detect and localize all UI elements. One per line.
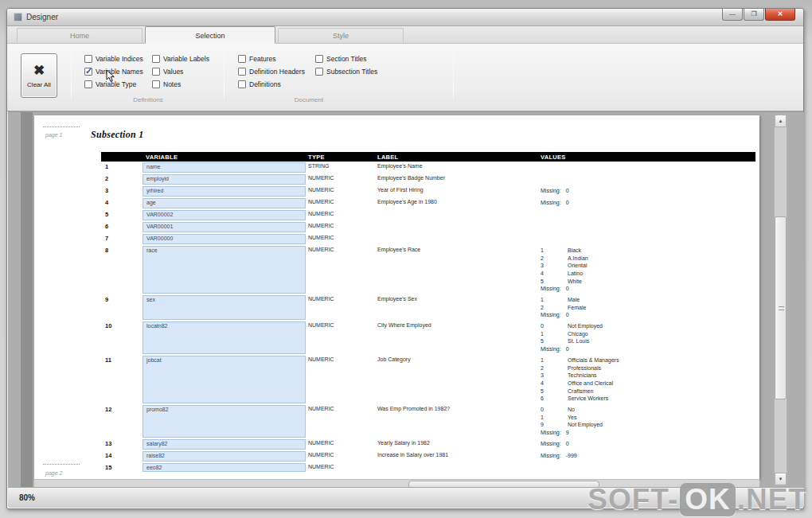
missing-prefix: Missing: [541, 199, 561, 207]
checkbox-section-titles[interactable]: Section Titles [315, 53, 377, 65]
table-row: 11jobcatNUMERICJob Category1Officials & … [101, 355, 755, 404]
value-code: 1 [541, 296, 568, 304]
variable-name: employid [143, 175, 305, 181]
checkbox-label: Variable Indices [96, 55, 143, 63]
missing-value: 0 [566, 199, 569, 207]
missing-line: Missing:0 [541, 311, 754, 319]
page-break-dotted-line [43, 127, 80, 127]
vertical-scrollbar-thumb[interactable] [775, 216, 787, 399]
value-line: 5Craftsmen [541, 388, 754, 395]
designer-window: Designer — ❐ ✕ HomeSelectionStyle ✖ Clea… [6, 8, 804, 509]
variable-values: Missing:0 [541, 440, 754, 448]
checkbox-box-icon: ✓ [84, 68, 92, 76]
titlebar[interactable]: Designer — ❐ ✕ [7, 9, 803, 26]
variable-values: 0No1Yes9Not EmployedMissing:9 [541, 406, 754, 437]
value-line: 9Not Employed [541, 421, 754, 429]
variable-type: NUMERIC [308, 199, 334, 204]
value-line: 5St. Louis [541, 337, 754, 345]
variable-type: NUMERIC [308, 322, 334, 328]
ribbon: ✖ Clear All Variable Indices✓Variable Na… [7, 44, 803, 111]
value-label: Chicago [568, 330, 588, 338]
row-number: 14 [105, 452, 137, 459]
value-label: Yes [568, 414, 576, 422]
row-number: 7 [105, 235, 137, 242]
ribbon-group-label: Definitions [92, 96, 204, 103]
variable-name-cell: yrhired [142, 186, 306, 197]
checkbox-label: Definition Headers [249, 68, 305, 76]
checkbox-definition-headers[interactable]: Definition Headers [238, 65, 305, 78]
value-line: 3Oriental [541, 262, 754, 270]
table-row: 7VAR00000NUMERIC [101, 233, 755, 245]
value-label: Latino [568, 270, 583, 278]
vertical-scrollbar[interactable]: ▲ ▼ [774, 114, 787, 486]
checkbox-box-icon [315, 68, 323, 76]
checkbox-box-icon [238, 68, 246, 76]
ribbon-group-divider [224, 50, 224, 99]
missing-prefix: Missing: [541, 452, 561, 460]
checkbox-variable-indices[interactable]: Variable Indices [84, 53, 143, 65]
checkbox-box-icon [84, 80, 92, 88]
tab-selection[interactable]: Selection [145, 26, 275, 44]
checkbox-label: Section Titles [326, 55, 367, 63]
value-code: 2 [541, 304, 568, 312]
missing-line: Missing:9 [541, 429, 754, 437]
checkbox-box-icon [152, 68, 160, 76]
scroll-up-arrow-icon[interactable]: ▲ [775, 115, 787, 127]
missing-line: Missing:0 [541, 345, 754, 353]
checkbox-definitions[interactable]: Definitions [238, 78, 305, 91]
table-row: 8raceNUMERICEmployee's Race1Black2A.Indi… [101, 245, 755, 294]
variable-type: NUMERIC [308, 175, 334, 181]
value-code: 4 [541, 380, 568, 388]
value-line: 3Technicians [541, 372, 754, 380]
watermark-box: OK [680, 483, 736, 516]
document-preview-area[interactable]: page 1 Subsection 1 VARIABLETYPELABELVAL… [8, 111, 804, 488]
page-gutter-shadow [21, 112, 33, 488]
value-line: 4Latino [541, 270, 754, 278]
checkbox-variable-labels[interactable]: Variable Labels [152, 53, 209, 65]
checkbox-subsection-titles[interactable]: Subsection Titles [315, 65, 377, 78]
value-label: No [568, 406, 575, 414]
checkbox-features[interactable]: Features [238, 53, 305, 65]
variable-label: Increase in Salary over 1981 [377, 452, 537, 458]
variable-name: sex [143, 296, 305, 302]
tab-home[interactable]: Home [17, 28, 142, 43]
variable-name-cell: name [142, 162, 306, 173]
missing-prefix: Missing: [541, 429, 561, 437]
value-code: 0 [541, 406, 568, 414]
value-line: 1Black [541, 247, 754, 255]
checkbox-box-icon [238, 55, 246, 63]
value-line: 2Professionals [541, 364, 754, 372]
value-line: 5White [541, 278, 754, 286]
table-row: 4ageNUMERICEmployee's Age in 1980Missing… [101, 197, 755, 209]
clear-all-button[interactable]: ✖ Clear All [21, 53, 57, 98]
variable-name: salary82 [143, 440, 305, 446]
variable-name: age [143, 199, 305, 205]
close-button[interactable]: ✕ [765, 9, 795, 21]
variable-name: raise82 [143, 452, 305, 458]
variable-type: NUMERIC [308, 452, 334, 458]
value-code: 2 [541, 364, 568, 372]
variable-type: NUMERIC [308, 211, 334, 216]
variable-label: Job Category [377, 356, 537, 362]
missing-value: -999 [566, 452, 577, 460]
missing-value: 0 [566, 440, 569, 448]
value-line: 0No [541, 406, 754, 414]
variable-name-cell: age [142, 198, 306, 208]
maximize-button[interactable]: ❐ [744, 9, 764, 21]
value-label: Craftsmen [568, 388, 593, 395]
checkbox-notes[interactable]: Notes [152, 78, 209, 91]
variable-label: Employee's Sex [377, 296, 537, 302]
minimize-button[interactable]: — [722, 9, 743, 21]
missing-prefix: Missing: [541, 285, 561, 293]
checkbox-values[interactable]: Values [152, 65, 209, 78]
tab-style[interactable]: Style [278, 28, 404, 43]
variable-type: NUMERIC [308, 187, 334, 193]
variable-label: Employee's Age in 1980 [377, 199, 537, 204]
value-label: A.Indian [568, 255, 588, 263]
page-margin-label-bottom: page 2 [45, 470, 62, 476]
variable-type: STRING [308, 163, 329, 169]
checkbox-label: Subsection Titles [326, 68, 377, 76]
value-code: 5 [541, 337, 568, 345]
value-code: 3 [541, 262, 568, 270]
value-line: 0Not Employed [541, 322, 754, 330]
